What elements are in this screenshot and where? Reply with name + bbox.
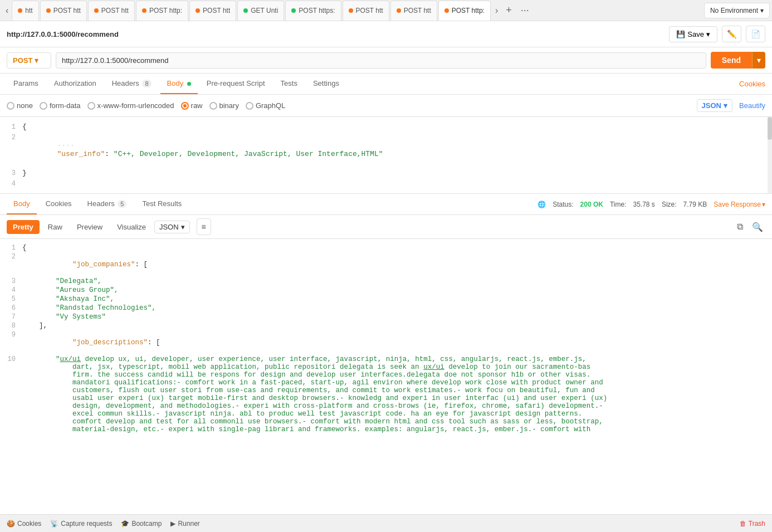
tab-3[interactable]: POST htt xyxy=(88,1,135,21)
tab-label-10: POST http: xyxy=(452,7,485,14)
resp-num-4: 4 xyxy=(0,286,22,294)
resp-content-6: "Randstad Technologies", xyxy=(22,304,772,312)
tab-next-btn[interactable]: › xyxy=(492,0,501,21)
body-type-formdata[interactable]: form-data xyxy=(40,101,81,110)
json-format-dropdown-icon: ▾ xyxy=(724,101,727,110)
radio-urlencoded xyxy=(87,102,95,110)
tab-7[interactable]: POST https: xyxy=(285,1,341,21)
footer-capture-label: Capture requests xyxy=(61,520,112,528)
request-body-editor[interactable]: 1 { 2 ···· "user_info": "C++, Developer,… xyxy=(0,117,772,194)
tab-body[interactable]: Body xyxy=(160,74,198,94)
edit-icon-button[interactable]: ✏️ xyxy=(722,26,741,42)
footer-cookies[interactable]: 🍪 Cookies xyxy=(7,520,41,528)
req-linecontent-1: { xyxy=(22,123,770,131)
resp-line-10: 10 "ux/ui develop ux, ui, developer, use… xyxy=(0,355,772,434)
footer-runner[interactable]: ▶ Runner xyxy=(170,520,199,528)
view-tab-visualize[interactable]: Visualize xyxy=(111,220,152,234)
resp-content-7: "Vy Systems" xyxy=(22,313,772,321)
tab-more-btn[interactable]: ··· xyxy=(516,0,534,21)
resp-num-1: 1 xyxy=(0,244,22,252)
resp-tab-testresults[interactable]: Test Results xyxy=(135,194,188,214)
tab-dot-5 xyxy=(196,8,200,13)
tab-5[interactable]: POST htt xyxy=(189,1,236,21)
req-linenum-4: 4 xyxy=(0,179,22,188)
tab-settings[interactable]: Settings xyxy=(306,74,346,94)
req-linenum-3: 3 xyxy=(0,169,22,177)
tab-label-4: POST http: xyxy=(149,7,182,14)
send-dropdown-button[interactable]: ▾ xyxy=(752,52,765,69)
req-linenum-1: 1 xyxy=(0,123,22,131)
footer-trash-label: Trash xyxy=(749,520,765,528)
save-icon: 💾 xyxy=(676,30,685,38)
view-tab-preview[interactable]: Preview xyxy=(71,220,109,234)
save-response-button[interactable]: Save Response ▾ xyxy=(714,201,765,208)
view-tab-pretty[interactable]: Pretty xyxy=(7,220,40,234)
response-json-selector[interactable]: JSON ▾ xyxy=(154,221,190,233)
tab-add-btn[interactable]: + xyxy=(501,0,516,21)
body-type-binary[interactable]: binary xyxy=(209,101,239,110)
resp-content-5: "Akshaya Inc", xyxy=(22,295,772,303)
tab-label-7: POST https: xyxy=(299,7,335,14)
response-body[interactable]: 1 { 2 "job_companies": [ 3 "Delegata", 4… xyxy=(0,239,772,514)
request-bar: POST ▾ Send ▾ xyxy=(0,47,772,74)
doc-icon-button[interactable]: 📄 xyxy=(746,26,765,42)
footer-bootcamp[interactable]: 🎓 Bootcamp xyxy=(121,520,162,528)
resp-tab-body[interactable]: Body xyxy=(7,194,37,214)
tab-dot-6 xyxy=(243,8,248,13)
resp-content-4: "Aureus Group", xyxy=(22,286,772,294)
req-linecontent-3: } xyxy=(22,169,770,177)
tab-prev-btn[interactable]: ‹ xyxy=(2,0,12,21)
tab-1[interactable]: htt xyxy=(12,1,38,21)
url-input[interactable] xyxy=(56,52,706,69)
body-type-raw[interactable]: raw xyxy=(181,101,203,110)
time-label: Time: xyxy=(610,201,627,208)
req-colon: : xyxy=(105,150,114,158)
resp-line-2: 2 "job_companies": [ xyxy=(0,252,772,277)
tab-label-8: POST htt xyxy=(356,7,383,14)
tab-tests[interactable]: Tests xyxy=(274,74,304,94)
resp-content-8: ], xyxy=(22,322,772,330)
tab-2[interactable]: POST htt xyxy=(40,1,87,21)
tabs-bar: ‹ htt POST htt POST htt POST http: POST … xyxy=(0,0,772,21)
send-button-group: Send ▾ xyxy=(711,52,765,69)
tab-authorization[interactable]: Authorization xyxy=(47,74,103,94)
copy-button[interactable]: ⧉ xyxy=(735,219,745,234)
save-dropdown-icon: ▾ xyxy=(706,30,710,38)
req-scrollbar-thumb xyxy=(768,117,772,140)
req-editor-scrollbar[interactable] xyxy=(768,117,772,193)
tab-10[interactable]: POST http: xyxy=(438,1,491,21)
tab-6[interactable]: GET Unti xyxy=(237,1,284,21)
cookies-link[interactable]: Cookies xyxy=(739,80,765,88)
body-type-urlencoded[interactable]: x-www-form-urlencoded xyxy=(87,101,174,110)
footer-capture[interactable]: 📡 Capture requests xyxy=(50,520,112,528)
search-icon-button[interactable]: 🔍 xyxy=(750,219,765,235)
environment-selector[interactable]: No Environment ▾ xyxy=(704,3,770,18)
tab-4[interactable]: POST http: xyxy=(136,1,188,21)
method-selector[interactable]: POST ▾ xyxy=(7,52,51,69)
req-linenum-2: 2 xyxy=(0,133,22,141)
tab-params[interactable]: Params xyxy=(7,74,45,94)
save-button[interactable]: 💾 Save ▾ xyxy=(669,26,717,42)
footer-cookies-label: Cookies xyxy=(17,520,41,528)
json-format-selector[interactable]: JSON ▾ xyxy=(697,99,732,112)
tab-label-5: POST htt xyxy=(203,7,230,14)
tab-8[interactable]: POST htt xyxy=(343,1,389,21)
view-tab-raw[interactable]: Raw xyxy=(42,220,69,234)
status-label: Status: xyxy=(553,201,573,208)
beautify-button[interactable]: Beautify xyxy=(739,101,765,110)
body-type-none[interactable]: none xyxy=(7,101,33,110)
tab-headers[interactable]: Headers 8 xyxy=(105,74,158,94)
resp-key-job-companies: "job_companies" xyxy=(56,261,135,269)
resp-key-job-desc: "job_descriptions" xyxy=(56,339,148,346)
resp-tab-cookies[interactable]: Cookies xyxy=(39,194,79,214)
tab-prerequest[interactable]: Pre-request Script xyxy=(200,74,272,94)
body-type-graphql[interactable]: GraphQL xyxy=(246,101,285,110)
filter-icon-button[interactable]: ≡ xyxy=(197,218,211,235)
radio-binary xyxy=(209,102,217,110)
tab-label-9: POST htt xyxy=(404,7,431,14)
send-main-button[interactable]: Send xyxy=(711,52,752,69)
resp-tab-headers[interactable]: Headers 5 xyxy=(81,194,134,214)
req-dots: ···· xyxy=(57,141,74,150)
tab-9[interactable]: POST htt xyxy=(390,1,437,21)
footer-trash[interactable]: 🗑 Trash xyxy=(740,520,765,528)
